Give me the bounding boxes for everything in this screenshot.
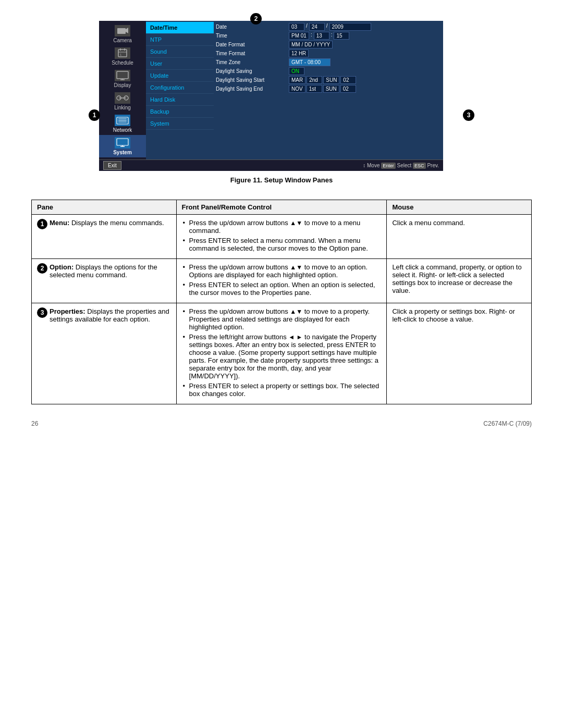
prop-dststart-label: Daylight Saving Start bbox=[216, 77, 289, 83]
option-sound[interactable]: Sound bbox=[146, 46, 214, 58]
svg-marker-1 bbox=[126, 28, 128, 33]
svg-text:1: 1 bbox=[120, 53, 122, 56]
mouse-cell-3: Click a property or settings box. Right-… bbox=[387, 303, 532, 404]
dvr-main-area: Camera 1 Schedule bbox=[99, 21, 443, 159]
figure-caption-text: Figure 11. Setup Window Panes bbox=[230, 176, 333, 184]
system-icon bbox=[115, 137, 130, 149]
prop-date-label: Date bbox=[216, 24, 289, 30]
exit-button[interactable]: Exit bbox=[103, 161, 121, 170]
network-icon bbox=[115, 115, 130, 126]
network-label: Network bbox=[113, 127, 132, 133]
prop-time-ampm-hour[interactable]: PM 01 bbox=[289, 32, 309, 40]
option-system[interactable]: System bbox=[146, 118, 214, 130]
page-number: 26 bbox=[31, 420, 38, 427]
sidebar-linking[interactable]: Linking bbox=[99, 90, 146, 113]
row-num-cell-2: 2 Option: Displays the options for the s… bbox=[37, 263, 171, 279]
mouse-text-1: Click a menu command. bbox=[392, 219, 464, 227]
fpc-item-1-1: Press the up/down arrow buttons ▲▼ to mo… bbox=[182, 219, 382, 235]
prop-date-month[interactable]: 03 bbox=[289, 23, 304, 31]
fpc-item-2-1: Press the up/down arrow buttons ▲▼ to mo… bbox=[182, 263, 382, 279]
svg-rect-17 bbox=[117, 139, 128, 145]
pane-text-1: Displays the menu commands. bbox=[71, 219, 164, 227]
prop-dateformat-values: MM / DD / YYYY bbox=[289, 41, 333, 48]
arrow-updown-1: ▲▼ bbox=[290, 219, 302, 227]
svg-rect-0 bbox=[117, 28, 126, 34]
prop-timezone-label: Time Zone bbox=[216, 59, 289, 65]
sidebar-network[interactable]: Network bbox=[99, 113, 146, 135]
pane-desc-3: Properties: Displays the properties and … bbox=[50, 307, 171, 323]
fpc-list-3: Press the up/down arrow buttons ▲▼ to mo… bbox=[182, 307, 382, 398]
prop-date-year[interactable]: 2009 bbox=[329, 23, 371, 31]
fpc-cell-3: Press the up/down arrow buttons ▲▼ to mo… bbox=[176, 303, 387, 404]
dvr-properties-pane: Date 03 / 24 / 2009 Time PM 01 bbox=[214, 21, 443, 159]
option-configuration[interactable]: Configuration bbox=[146, 82, 214, 94]
figure-caption: Figure 11. Setup Window Panes bbox=[230, 176, 333, 184]
figure-section: 1 2 3 Camera bbox=[31, 21, 532, 184]
prop-dststart-hour[interactable]: 02 bbox=[340, 76, 356, 84]
info-table: Pane Front Panel/Remote Control Mouse 1 … bbox=[31, 200, 532, 404]
option-update[interactable]: Update bbox=[146, 70, 214, 82]
prop-timeformat-values: 12 HR bbox=[289, 50, 309, 57]
svg-rect-7 bbox=[117, 71, 128, 79]
fpc-list-1: Press the up/down arrow buttons ▲▼ to mo… bbox=[182, 219, 382, 252]
fpc-item-3-1: Press the up/down arrow buttons ▲▼ to mo… bbox=[182, 307, 382, 331]
fpc-item-1-2: Press ENTER to select a menu command. Wh… bbox=[182, 237, 382, 252]
prop-dstend-week[interactable]: 1st bbox=[307, 85, 322, 93]
prop-dstend-row: Daylight Saving End NOV 1st SUN 02 bbox=[216, 85, 441, 93]
prop-dstend-day[interactable]: SUN bbox=[323, 85, 339, 93]
prop-dststart-week[interactable]: 2nd bbox=[307, 76, 322, 84]
table-row: 2 Option: Displays the options for the s… bbox=[32, 259, 532, 303]
camera-label: Camera bbox=[113, 38, 132, 43]
prop-dateformat-val[interactable]: MM / DD / YYYY bbox=[289, 41, 333, 48]
page-footer: 26 C2674M-C (7/09) bbox=[31, 420, 532, 427]
enter-key: Enter bbox=[381, 163, 396, 169]
mouse-text-2: Left click a command, property, or optio… bbox=[392, 263, 521, 294]
prop-timeformat-val[interactable]: 12 HR bbox=[289, 50, 309, 57]
pane-desc-1: Menu: Displays the menu commands. bbox=[50, 219, 164, 227]
prop-dateformat-row: Date Format MM / DD / YYYY bbox=[216, 41, 441, 48]
prop-dst-val[interactable]: ON bbox=[289, 67, 304, 75]
prop-time-sec[interactable]: 15 bbox=[334, 32, 349, 40]
sidebar-schedule[interactable]: 1 Schedule bbox=[99, 45, 146, 68]
prop-dststart-month[interactable]: MAR bbox=[289, 76, 305, 84]
arrow-updown-3: ▲▼ bbox=[290, 308, 302, 315]
option-user[interactable]: User bbox=[146, 58, 214, 70]
prop-dstend-values: NOV 1st SUN 02 bbox=[289, 85, 356, 93]
pane-bold-1: Menu: bbox=[50, 219, 69, 227]
option-datetime[interactable]: Date/Time bbox=[146, 22, 214, 34]
dvr-bottom-bar: Exit ↕ Move Enter Select ESC Prev. bbox=[99, 159, 443, 171]
option-harddisk[interactable]: Hard Disk bbox=[146, 94, 214, 106]
dvr-ui: Camera 1 Schedule bbox=[99, 21, 443, 171]
prop-dstend-hour[interactable]: 02 bbox=[340, 85, 356, 93]
display-label: Display bbox=[114, 82, 131, 88]
sidebar-display[interactable]: Display bbox=[99, 68, 146, 90]
sidebar-camera[interactable]: Camera bbox=[99, 23, 146, 45]
prop-timezone-val[interactable]: GMT - 08:00 bbox=[289, 58, 331, 66]
prop-time-label: Time bbox=[216, 33, 289, 39]
system-label: System bbox=[113, 150, 132, 155]
prop-timezone-row: Time Zone GMT - 08:00 bbox=[216, 58, 441, 66]
prop-time-min[interactable]: 13 bbox=[314, 32, 329, 40]
pane-bold-2: Option: bbox=[50, 263, 74, 271]
prop-date-day[interactable]: 24 bbox=[309, 23, 325, 31]
prop-dststart-day[interactable]: SUN bbox=[323, 76, 339, 84]
prop-timezone-values: GMT - 08:00 bbox=[289, 58, 331, 66]
select-label: Select bbox=[397, 163, 412, 168]
fpc-cell-1: Press the up/down arrow buttons ▲▼ to mo… bbox=[176, 215, 387, 259]
option-backup[interactable]: Backup bbox=[146, 106, 214, 118]
callout-3: 3 bbox=[463, 109, 474, 121]
prev-label: Prev. bbox=[427, 163, 439, 168]
prop-timeformat-row: Time Format 12 HR bbox=[216, 50, 441, 57]
prop-dstend-month[interactable]: NOV bbox=[289, 85, 305, 93]
linking-icon bbox=[115, 92, 130, 104]
fpc-item-3-2: Press the left/right arrow buttons ◄ ► t… bbox=[182, 333, 382, 380]
esc-key: ESC bbox=[413, 163, 426, 169]
pane-desc-2: Option: Displays the options for the sel… bbox=[50, 263, 171, 279]
mouse-cell-1: Click a menu command. bbox=[387, 215, 532, 259]
table-row: 3 Properties: Displays the properties an… bbox=[32, 303, 532, 404]
option-ntp[interactable]: NTP bbox=[146, 34, 214, 46]
schedule-label: Schedule bbox=[112, 60, 133, 66]
display-icon bbox=[115, 70, 130, 81]
prop-time-values: PM 01 : 13 : 15 bbox=[289, 32, 349, 40]
sidebar-system[interactable]: System bbox=[99, 135, 146, 157]
